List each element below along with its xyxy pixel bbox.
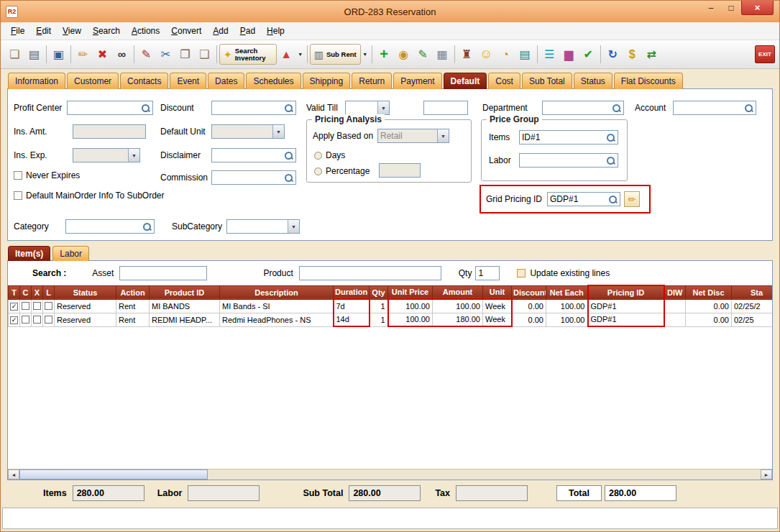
- edit-pencil-button[interactable]: ✏: [624, 191, 640, 207]
- find-binoculars-icon[interactable]: ∞: [112, 45, 132, 64]
- tab-flat-discounts[interactable]: Flat Discounts: [614, 73, 683, 89]
- search-icon[interactable]: [608, 195, 618, 204]
- col-header-c[interactable]: C: [20, 285, 32, 299]
- days-radio[interactable]: Days: [314, 150, 345, 160]
- add-icon[interactable]: +: [375, 45, 394, 64]
- edit-pencil-icon[interactable]: ✏: [73, 45, 93, 64]
- col-header-diw[interactable]: DIW: [664, 285, 686, 299]
- checkbox-icon[interactable]: [14, 171, 22, 180]
- valid-till-select[interactable]: ▼: [345, 101, 390, 115]
- qty-input[interactable]: 1: [475, 266, 500, 280]
- delete-icon[interactable]: ✖: [93, 45, 112, 64]
- tab-schedules[interactable]: Schedules: [246, 73, 300, 89]
- scroll-right-icon[interactable]: ►: [761, 469, 772, 480]
- cell-c[interactable]: [20, 313, 32, 326]
- category-field[interactable]: [65, 219, 155, 234]
- c-checkbox[interactable]: [22, 302, 29, 310]
- grid-pricing-id-field[interactable]: GDP#1: [547, 192, 620, 206]
- menu-actions[interactable]: Actions: [126, 24, 165, 38]
- scrollbar-thumb[interactable]: [19, 469, 208, 480]
- account-field[interactable]: [673, 101, 756, 115]
- cell-x[interactable]: [32, 299, 43, 313]
- search-icon[interactable]: [744, 104, 753, 113]
- col-header-action[interactable]: Action: [116, 285, 150, 299]
- new-document-icon[interactable]: ❏: [5, 45, 24, 64]
- update-existing-checkbox[interactable]: [517, 269, 526, 278]
- chevron-down-icon[interactable]: ▼: [288, 220, 299, 233]
- col-header-product-id[interactable]: Product ID: [150, 285, 220, 299]
- cell-x[interactable]: [32, 313, 43, 326]
- col-header-l[interactable]: L: [43, 285, 55, 299]
- menu-search[interactable]: Search: [87, 24, 126, 38]
- close-button[interactable]: ×: [741, 1, 774, 15]
- subcategory-select[interactable]: ▼: [226, 219, 300, 234]
- c-checkbox[interactable]: [22, 316, 29, 324]
- checklist-icon[interactable]: ✔: [579, 45, 598, 64]
- scrollbar-track[interactable]: [208, 469, 761, 480]
- search-icon[interactable]: [606, 156, 615, 165]
- col-header-pricing-id[interactable]: Pricing ID: [588, 285, 664, 299]
- percentage-radio[interactable]: Percentage: [314, 166, 370, 176]
- convert-icon[interactable]: ⇄: [642, 45, 661, 64]
- layers-icon[interactable]: ☰: [540, 45, 559, 64]
- checkbox-icon[interactable]: [14, 191, 22, 200]
- notebook-icon[interactable]: ▤: [515, 45, 535, 64]
- discount-field[interactable]: [211, 101, 296, 115]
- ins-amt-field[interactable]: [73, 124, 146, 139]
- exit-button[interactable]: EXIT: [755, 45, 775, 63]
- col-header-net-disc[interactable]: Net Disc: [686, 285, 732, 299]
- horizontal-scrollbar[interactable]: ◄ ►: [8, 469, 772, 480]
- col-header-sta[interactable]: Sta: [732, 285, 773, 299]
- col-header-qty[interactable]: Qty: [370, 285, 388, 299]
- menu-help[interactable]: Help: [261, 24, 290, 38]
- cell-t[interactable]: ✓: [9, 313, 20, 326]
- col-header-duration[interactable]: Duration: [334, 285, 370, 299]
- col-header-unit[interactable]: Unit: [483, 285, 512, 299]
- chevron-down-icon[interactable]: ▼: [272, 125, 284, 138]
- default-mainorder-checkbox[interactable]: Default MainOrder Info To SubOrder: [14, 191, 165, 201]
- col-header-unit-price[interactable]: Unit Price: [388, 285, 433, 299]
- select-checkbox[interactable]: ✓: [10, 303, 18, 311]
- clock-icon[interactable]: ◔: [496, 45, 515, 64]
- product-shapes-icon[interactable]: ▲: [277, 45, 296, 64]
- tab-payment[interactable]: Payment: [393, 73, 441, 89]
- scroll-left-icon[interactable]: ◄: [8, 469, 19, 480]
- tab-cost[interactable]: Cost: [488, 73, 520, 89]
- select-checkbox[interactable]: ✓: [10, 316, 18, 324]
- profit-center-field[interactable]: [67, 101, 153, 115]
- asset-input[interactable]: [119, 266, 207, 280]
- search-icon[interactable]: [284, 173, 293, 183]
- radio-icon[interactable]: [314, 168, 322, 175]
- default-unit-select[interactable]: ▼: [211, 124, 285, 139]
- cut-icon[interactable]: ✂: [156, 45, 175, 64]
- ins-exp-select[interactable]: ▼: [73, 148, 140, 162]
- chevron-down-icon[interactable]: ▼: [437, 129, 449, 142]
- never-expires-checkbox[interactable]: Never Expires: [14, 170, 80, 180]
- minimize-button[interactable]: –: [701, 1, 721, 15]
- grid-icon[interactable]: ▦: [433, 45, 452, 64]
- tab-contacts[interactable]: Contacts: [120, 73, 168, 89]
- building-icon[interactable]: ♜: [457, 45, 477, 64]
- money-icon[interactable]: $: [623, 45, 642, 64]
- radio-icon[interactable]: [314, 152, 322, 160]
- search-icon[interactable]: [284, 151, 293, 160]
- smiley-icon[interactable]: ☺: [477, 45, 496, 64]
- menu-convert[interactable]: Convert: [165, 24, 207, 38]
- search-icon[interactable]: [284, 104, 293, 113]
- apply-based-on-select[interactable]: Retail▼: [377, 129, 449, 143]
- cell-t[interactable]: ✓: [9, 299, 20, 313]
- menu-view[interactable]: View: [57, 24, 87, 38]
- table-row[interactable]: ✓ReservedRentMI BANDSMI Bands - SI7d1100…: [9, 299, 773, 313]
- sub-rent-button[interactable]: ▥Sub Rent: [310, 44, 361, 65]
- tab-item-s-[interactable]: Item(s): [8, 246, 50, 261]
- l-checkbox[interactable]: [45, 302, 52, 310]
- tab-labor[interactable]: Labor: [52, 246, 89, 261]
- sub-rent-dropdown[interactable]: ▼: [361, 45, 370, 64]
- menu-add[interactable]: Add: [207, 24, 234, 38]
- col-header-t[interactable]: T: [9, 285, 20, 299]
- percentage-field[interactable]: [379, 163, 421, 178]
- paste-icon[interactable]: ❑: [195, 45, 214, 64]
- save-icon[interactable]: ▣: [49, 45, 68, 64]
- search-icon[interactable]: [141, 104, 150, 113]
- tab-sub-total[interactable]: Sub Total: [522, 73, 572, 89]
